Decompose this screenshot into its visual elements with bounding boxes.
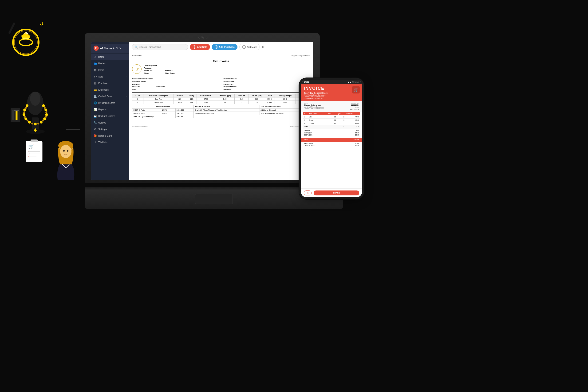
main-content: 🔍 + Add Sale + Add Purchase + [129,42,313,180]
svg-point-27 [25,107,27,109]
col-item-name: Item Name [308,112,327,115]
total-gst-spacer [193,115,310,118]
phone-share-button[interactable]: SHARE [314,190,359,196]
sidebar-item-utilities[interactable]: 🔧 Utilities › [91,119,129,126]
deco-ring [7,19,59,70]
discount-row: Discount 5.00 [304,130,359,132]
item1-num: 1 [303,115,308,118]
table-row: 1 Gold Ring 1234 22K 6700 5.63 0.4 5.23 … [132,98,310,101]
phone-totals: Discount 5.00 SGST@9% 15.39 CGST@9% 15.3… [301,128,362,138]
sidebar-item-expenses[interactable]: 💳 Expenses › [91,86,129,93]
sidebar-item-reports[interactable]: 📊 Reports [91,106,129,113]
sidebar-item-backup[interactable]: 💾 Backup/Restore › [91,113,129,119]
svg-text:✓: ✓ [28,155,30,157]
original-duplicate-label: Original / Duplicate Bill [291,55,310,57]
settings-icon: ⚙ [94,128,97,131]
customer-address-label: Address: [132,83,151,85]
total-amount: 171 [345,125,360,128]
sidebar-item-trial[interactable]: ℹ Trial Info [91,139,129,146]
expenses-chevron: › [126,89,127,91]
svg-rect-44 [14,110,19,110]
cgst-rate: 1.50% [161,108,175,112]
sidebar-label-home: Home [98,56,105,58]
bill-to-address: Marathalli Road, Bangalore, [304,106,324,108]
company-email-field: Email ID: [165,70,181,72]
laptop-screen: A1 A1 Electronic St. > ⌂ Home 👥 Parties … [91,42,313,180]
col-amount: Amount [345,112,360,115]
row1-value: 35041 [265,98,275,101]
search-input[interactable] [139,46,185,48]
total-gst-value: 3362.61 [175,115,193,118]
parties-icon: 👥 [94,62,97,65]
cgst-amount: 1681,305 [175,108,193,112]
invoice-meta: GSTIN No.: Original / Duplicate Bill [132,55,310,58]
sidebar-item-cash-bank[interactable]: 🏦 Cash & Bank › [91,93,129,100]
invoice-payment-label: Payment Mode: [224,86,242,88]
svg-point-15 [30,92,41,106]
phone-invoice-header: INVOICE Everyday General Store #41, Clas… [301,84,362,101]
sidebar-item-sale[interactable]: 🏷 Sale › [91,73,129,80]
add-more-button[interactable]: + Add More [239,44,260,50]
sidebar-label-expenses: Expenses [98,88,109,91]
phone-print-button[interactable]: 🖨 [304,190,312,196]
row1-purity: 22K [187,98,197,101]
invoice-date-label: Invoice Date: [224,80,242,83]
settings-gear-button[interactable]: ⚙ [262,45,265,49]
print-icon: 🖨 [307,192,309,194]
svg-point-16 [26,104,29,107]
sidebar-item-parties[interactable]: 👥 Parties [91,60,129,67]
svg-rect-39 [12,110,14,120]
add-sale-button[interactable]: + Add Sale [190,44,210,50]
phone-store-address: #41, Classic Crest, Bangalore [304,94,359,96]
svg-point-3 [19,39,33,46]
trackpad [195,194,233,204]
expenses-icon: 💳 [94,88,97,91]
add-purchase-button[interactable]: + Add Purchase [212,44,237,50]
phone-item-row: 3 Coffee 82 1 82.00 [303,122,360,125]
payment-mode-row: Payment Mode Cash [304,144,359,146]
svg-text:🛒: 🛒 [28,144,34,149]
phone-footer-totals: Balance Due 20.00 Payment Mode Cash [301,142,362,147]
svg-point-18 [23,113,25,116]
sidebar-item-online-store[interactable]: 🌐 My Online Store [91,100,129,106]
sgst-amount: 1681,305 [175,112,193,115]
row2-rate: 6700 [197,101,215,104]
row1-gross-wt: 5.63 [215,98,235,101]
phone-time: 14:32 [304,81,309,83]
sidebar-item-refer[interactable]: 🎁 Refer & Earn [91,132,129,139]
item3-amount: 82.00 [345,122,360,125]
sidebar-label-sale: Sale [98,76,103,78]
col-gold-rate: Gold Rate/Gm [197,94,215,98]
svg-point-35 [45,111,47,113]
company-phone-field: Phone No.: [144,70,160,72]
sidebar-store-name: A1 Electronic St. > [100,47,127,50]
svg-point-17 [23,108,26,111]
svg-point-28 [23,111,25,113]
customer-invoice-section: Customer Care Details: Customer Name: Ad… [132,78,310,92]
sidebar-item-purchase[interactable]: ▤ Purchase › [91,80,129,86]
sidebar: A1 A1 Electronic St. > ⌂ Home 👥 Parties … [91,42,129,180]
svg-point-30 [27,120,29,122]
sidebar-item-home[interactable]: ⌂ Home [91,54,129,60]
phone-item-row: 1 Milk 22 2 44.00 [303,115,360,118]
cgst-label: CGST@9% [304,134,313,136]
svg-text:✓: ✓ [28,153,30,155]
sidebar-item-settings[interactable]: ⚙ Settings [91,126,129,132]
sidebar-item-items[interactable]: ▦ Items [91,67,129,73]
invoice-payment-field: Payment Mode: [224,86,310,88]
customer-phone-label: Phone No.: [132,86,151,88]
svg-point-34 [45,116,47,118]
battery-percent: 81% [356,81,359,83]
items-icon: ▦ [94,68,97,72]
svg-point-59 [67,150,68,152]
total-qty-spacer [327,125,337,128]
row2-hsn: 8976 [174,101,187,104]
phone-content: INVOICE Everyday General Store #41, Clas… [301,84,362,197]
phone-items-section: # Item Name Rate Qty Amount 1 Milk 22 2 … [301,112,362,128]
sgst-value: 15.39 [355,132,359,134]
invoice-area: GSTIN No.: Original / Duplicate Bill Tax… [129,52,313,180]
customer-state-label: State Code: [156,86,174,88]
col-item: Item Name & Description [143,94,173,98]
row2-gross-wt: 10 [215,101,235,104]
top-bar: 🔍 + Add Sale + Add Purchase + [129,42,313,52]
